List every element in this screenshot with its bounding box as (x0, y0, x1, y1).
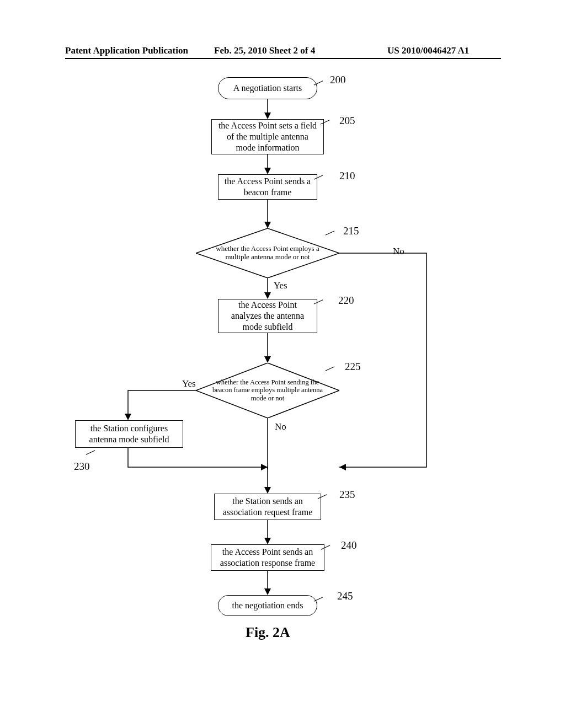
process-230-label: the Station configures antenna mode subf… (80, 423, 178, 445)
terminator-end: the negotiation ends (218, 595, 317, 616)
ref-220: 220 (338, 295, 354, 307)
svg-marker-9 (264, 292, 271, 299)
process-220-label: the Access Point analyzes the antenna mo… (223, 299, 312, 333)
terminator-end-label: the negotiation ends (232, 600, 303, 611)
process-230: the Station configures antenna mode subf… (75, 420, 183, 448)
ref-235: 235 (339, 489, 355, 501)
ref-240: 240 (341, 539, 357, 552)
svg-marker-11 (264, 356, 271, 363)
decision-225-label: whether the Access Point sending the bea… (212, 378, 324, 402)
arrow (266, 571, 269, 595)
figure-caption: Fig. 2A (246, 624, 290, 641)
header-date-sheet: Feb. 25, 2010 Sheet 2 of 4 (214, 45, 315, 56)
ref-210: 210 (339, 170, 355, 182)
svg-marker-19 (264, 538, 271, 544)
flowchart: A negotiation starts 200 the Access Poin… (0, 66, 565, 700)
process-240-label: the Access Point sends an association re… (216, 547, 319, 569)
process-210: the Access Point sends a beacon frame (218, 174, 317, 200)
ref-205: 205 (339, 115, 355, 127)
label-yes: Yes (182, 378, 196, 389)
svg-marker-3 (264, 168, 271, 174)
header-publication: Patent Application Publication (65, 45, 188, 56)
ref-245: 245 (337, 590, 353, 602)
svg-marker-7 (339, 464, 346, 470)
process-205-label: the Access Point sets a field of the mul… (216, 120, 319, 153)
header-rule (65, 58, 501, 59)
arrow (266, 200, 269, 228)
process-235-label: the Station sends an association request… (219, 496, 316, 518)
terminator-start: A negotiation starts (218, 77, 317, 99)
svg-marker-5 (264, 222, 271, 228)
process-205: the Access Point sets a field of the mul… (211, 119, 324, 154)
svg-marker-1 (264, 113, 271, 119)
connector-yes-225 (127, 390, 199, 420)
ref-230: 230 (74, 461, 90, 473)
connector-230-merge (127, 448, 270, 472)
leader-tick (86, 450, 95, 455)
terminator-start-label: A negotiation starts (233, 83, 302, 94)
arrow (266, 467, 269, 494)
header-pubnum: US 2010/0046427 A1 (387, 45, 469, 56)
ref-225: 225 (345, 361, 361, 373)
process-240: the Access Point sends an association re… (211, 544, 324, 571)
decision-215: whether the Access Point employs a multi… (196, 228, 339, 278)
decision-215-label: whether the Access Point employs a multi… (212, 245, 324, 261)
svg-marker-17 (264, 487, 271, 494)
arrow (266, 333, 269, 363)
decision-225: whether the Access Point sending the bea… (196, 363, 339, 418)
label-yes: Yes (274, 280, 287, 291)
label-no: No (275, 421, 286, 432)
process-235: the Station sends an association request… (214, 494, 321, 520)
process-210-label: the Access Point sends a beacon frame (223, 176, 312, 198)
svg-marker-13 (125, 414, 131, 420)
ref-200: 200 (330, 74, 346, 86)
arrow (266, 520, 269, 544)
ref-215: 215 (343, 225, 359, 237)
svg-marker-21 (264, 588, 271, 595)
arrow (266, 154, 269, 174)
process-220: the Access Point analyzes the antenna mo… (218, 299, 317, 333)
arrow (266, 278, 269, 299)
arrow (266, 99, 269, 119)
